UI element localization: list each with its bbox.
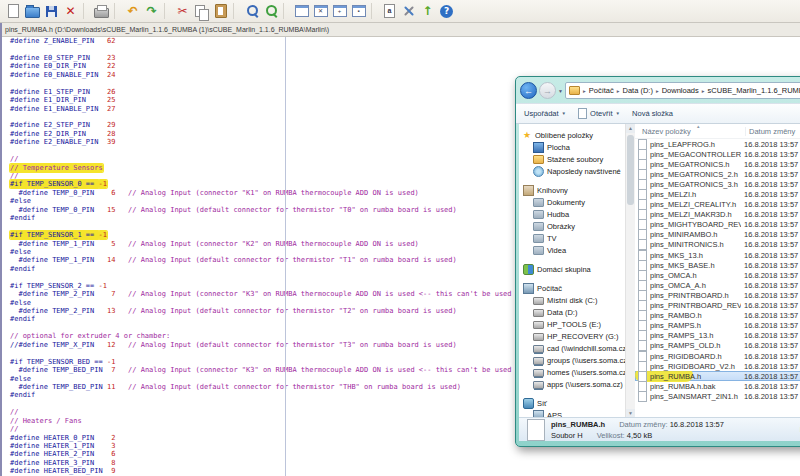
file-row[interactable]: pins_LEAPFROG.h16.8.2018 13:57 [635,139,800,149]
drive-icon [533,333,544,341]
undo-icon[interactable]: ↶ [124,3,141,20]
sidebar-item[interactable]: Naposledy navštívené [519,165,625,177]
sidebar-item[interactable]: Domácí skupina [519,263,625,275]
find-icon[interactable] [243,3,260,20]
redo-icon[interactable]: ↷ [143,3,160,20]
nav-spacer [519,275,625,282]
file-row[interactable]: pins_RAMPS.h16.8.2018 13:57 [635,321,800,331]
file-row[interactable]: pins_RIGIDBOARD.h16.8.2018 13:57 [635,351,800,361]
column-header-name[interactable]: Název položky [635,127,746,136]
history-dropdown-icon[interactable]: ▼ [558,88,563,94]
file-date-cell: 16.8.2018 13:57 [741,150,798,159]
sidebar-item[interactable]: ★Oblíbené položky [519,129,625,141]
file-row[interactable]: pins_MELZI.h16.8.2018 13:57 [635,189,800,199]
file-name-cell: pins_RIGIDBOARD_V2.h [635,361,741,372]
settings-icon[interactable] [400,3,417,20]
organize-button[interactable]: Uspořádat ▼ [524,109,566,118]
sidebar-item[interactable]: HP_RECOVERY (G:) [519,330,625,342]
sidebar-item[interactable]: apps (\\users.soma.cz) (Z [519,378,625,390]
file-rows: pins_LEAPFROG.h16.8.2018 13:57pins_MEGAC… [635,139,800,401]
sidebar-item[interactable]: Místní disk (C:) [519,294,625,306]
file-row[interactable]: pins_MINIRAMBO.h16.8.2018 13:57 [635,230,800,240]
file-row[interactable]: pins_OMCA_A.h16.8.2018 13:57 [635,280,800,290]
file-date-cell: 16.8.2018 13:57 [741,382,798,391]
file-row[interactable]: pins_RAMPS_OLD.h16.8.2018 13:57 [635,341,800,351]
new-window-icon[interactable] [293,3,310,20]
cascade-windows-icon[interactable]: ▪ [350,3,367,20]
sidebar-item[interactable]: Stažené soubory [519,153,625,165]
save-icon[interactable] [43,3,60,20]
nav-scrollbar[interactable]: ▲ ▼ [625,124,635,418]
drive-icon [533,297,544,305]
drive-icon [533,309,544,317]
sidebar-item[interactable]: Síť [519,397,625,409]
file-row[interactable]: pins_PRINTRBOARD_REVF.h16.8.2018 13:57 [635,301,800,311]
forward-button[interactable]: → [539,82,556,99]
sidebar-item[interactable]: HP_TOOLS (E:) [519,318,625,330]
paste-icon[interactable] [212,3,229,20]
file-name-label: pins_MELZI.h [650,190,696,199]
breadcrumb-item[interactable]: Počítač [589,86,614,95]
file-row[interactable]: pins_MKS_BASE.h16.8.2018 13:57 [635,260,800,270]
sidebar-item[interactable]: Plocha [519,141,625,153]
close-window-icon[interactable]: ✕ [312,3,329,20]
open-button[interactable]: Otevřít ▼ [578,108,620,119]
file-row[interactable]: pins_MEGATRONICS_2.h16.8.2018 13:57 [635,169,800,179]
text-search-icon[interactable]: a [381,3,398,20]
find-replace-icon[interactable] [262,3,279,20]
file-row[interactable]: pins_RUMBA.h.bak16.8.2018 13:57 [635,381,800,391]
sidebar-item-label: Stažené soubory [547,155,603,164]
update-icon[interactable]: ↑ [419,3,436,20]
sidebar-item[interactable]: Obrázky [519,220,625,232]
file-row[interactable]: pins_MELZI_CREALITY.h16.8.2018 13:57 [635,200,800,210]
file-row[interactable]: pins_OMCA.h16.8.2018 13:57 [635,270,800,280]
scroll-up-icon[interactable]: ▲ [626,124,635,133]
print-icon[interactable] [93,3,110,20]
sidebar-item[interactable]: Hudba [519,208,625,220]
scroll-thumb[interactable] [627,135,634,205]
file-row[interactable]: pins_MINITRONICS.h16.8.2018 13:57 [635,240,800,250]
sidebar-item[interactable]: groups (\\users.soma.cz) [519,354,625,366]
sidebar-item[interactable]: TV [519,232,625,244]
toolbar-separator [233,3,239,19]
file-date-cell: 16.8.2018 13:57 [741,311,798,320]
new-folder-button[interactable]: Nová složka [632,109,673,118]
sidebar-item[interactable]: Knihovny [519,184,625,196]
breadcrumb-item[interactable]: sCUBE_Marlin_1.1.6_RUMBA (1) [708,86,800,95]
close-file-icon[interactable]: ✕ [62,3,79,20]
homegroup-icon [523,264,534,275]
file-row[interactable]: pins_RAMBO.h16.8.2018 13:57 [635,311,800,321]
file-row[interactable]: pins_PRINTRBOARD.h16.8.2018 13:57 [635,290,800,300]
open-folder-icon[interactable] [24,3,41,20]
help-icon[interactable]: ? [438,3,455,20]
file-row[interactable]: pins_SAINSMART_2IN1.h16.8.2018 13:57 [635,391,800,401]
file-row[interactable]: pins_RUMBA.h16.8.2018 13:57 [635,371,800,381]
back-icon: ← [524,86,533,96]
file-row[interactable]: pins_RAMPS_13.h16.8.2018 13:57 [635,331,800,341]
breadcrumb-item[interactable]: Data (D:) [623,86,653,95]
tile-windows-icon[interactable]: + [331,3,348,20]
breadcrumb[interactable]: ▸Počítač▸Data (D:)▸Downloads▸sCUBE_Marli… [565,82,800,99]
file-row[interactable]: pins_RIGIDBOARD_V2.h16.8.2018 13:57 [635,361,800,371]
sidebar-item[interactable]: homes (\\users.soma.cz) [519,366,625,378]
column-header-date[interactable]: Datum změny [746,127,795,136]
editor-tab[interactable]: pins_RUMBA.h (D:\Downloads\sCUBE_Marlin_… [0,26,334,33]
sidebar-item[interactable]: Videa [519,244,625,256]
breadcrumb-item[interactable]: Downloads [662,86,699,95]
copy-icon[interactable] [193,3,210,20]
new-file-icon[interactable] [5,3,22,20]
sidebar-item[interactable]: cad (\\windchill.soma.cz) [519,342,625,354]
cut-icon[interactable]: ✂ [174,3,191,20]
code-line: #define HEATER_3_PIN 8 [10,459,800,467]
file-row[interactable]: pins_MEGATRONICS.h16.8.2018 13:57 [635,159,800,169]
file-row[interactable]: pins_MEGACONTROLLER.h16.8.2018 13:57 [635,149,800,159]
file-row[interactable]: pins_MIGHTYBOARD_REVE.h16.8.2018 13:57 [635,220,800,230]
back-button[interactable]: ← [520,82,537,99]
file-row[interactable]: pins_MKS_13.h16.8.2018 13:57 [635,250,800,260]
file-row[interactable]: pins_MEGATRONICS_3.h16.8.2018 13:57 [635,179,800,189]
sidebar-item[interactable]: Data (D:) [519,306,625,318]
file-row[interactable]: pins_MELZI_MAKR3D.h16.8.2018 13:57 [635,210,800,220]
sidebar-item[interactable]: Dokumenty [519,196,625,208]
sidebar-item[interactable]: Počítač [519,282,625,294]
file-name-cell: pins_PRINTRBOARD.h [635,290,741,301]
